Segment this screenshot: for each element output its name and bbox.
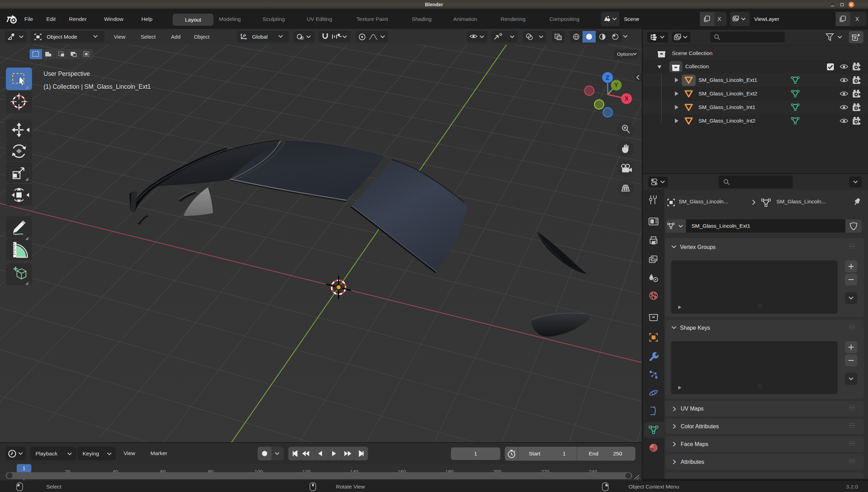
svg-text:Y: Y (614, 82, 618, 88)
svg-text:X: X (625, 95, 629, 102)
svg-text:Z: Z (606, 75, 609, 81)
